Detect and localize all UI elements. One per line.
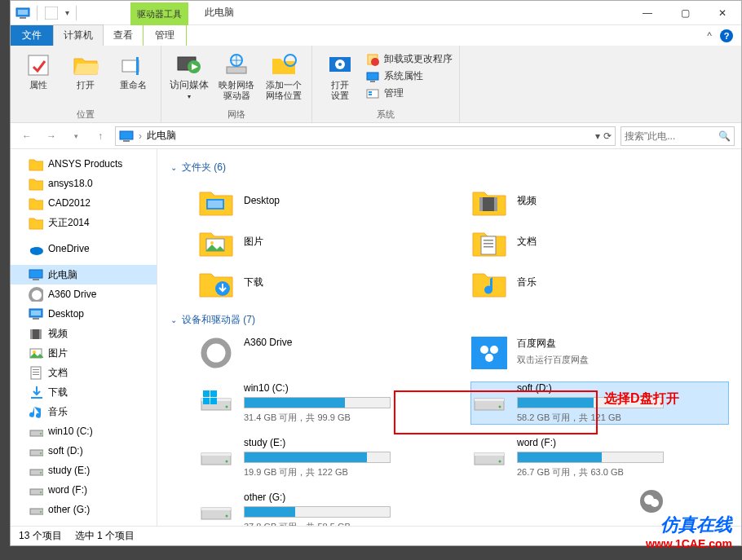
drive-item[interactable]: win10 (C:)31.4 GB 可用，共 99.9 GB <box>198 382 455 424</box>
tree-item[interactable]: 天正2014 <box>11 213 157 232</box>
drive-item[interactable]: study (E:)19.9 GB 可用，共 122 GB <box>198 437 455 478</box>
svg-rect-41 <box>31 397 42 399</box>
svg-rect-20 <box>369 91 372 93</box>
drive-icon <box>198 437 234 470</box>
drive-icon <box>29 424 43 439</box>
nav-history-button[interactable]: ▾ <box>66 126 86 146</box>
nav-up-button[interactable]: ↑ <box>91 126 110 146</box>
qa-dropdown[interactable]: ▾ <box>65 8 69 17</box>
svg-rect-40 <box>33 374 39 375</box>
tree-item[interactable]: CAD2012 <box>11 193 157 213</box>
tree-item[interactable]: 下载 <box>11 382 157 402</box>
search-input[interactable] <box>625 130 718 142</box>
tree-item[interactable]: OneDrive <box>11 239 157 258</box>
tree-item[interactable]: study (E:) <box>11 461 157 480</box>
help-icon[interactable]: ? <box>720 29 733 42</box>
ribbon-uninstall-button[interactable]: 卸载或更改程序 <box>366 52 453 66</box>
search-box[interactable]: 🔍 <box>621 126 735 146</box>
ribbon: 属性 打开 重命名 位置 访问媒体 ▾ <box>11 46 741 123</box>
ribbon-open-button[interactable]: 打开 <box>64 49 107 90</box>
window-title: 此电脑 <box>205 6 234 20</box>
navigation-pane[interactable]: ANSYS Productsansys18.0CAD2012天正2014OneD… <box>11 149 157 526</box>
svg-point-78 <box>499 406 501 408</box>
drive-subtitle: 双击运行百度网盘 <box>517 354 728 366</box>
pictures-icon <box>29 346 43 360</box>
drive-item[interactable]: other (G:)37.8 GB 可用，共 58.5 GB <box>198 492 455 526</box>
tree-item[interactable]: soft (D:) <box>11 441 157 461</box>
group-header-folders[interactable]: ⌄ 文件夹 (6) <box>170 161 728 174</box>
tree-item-label: 视频 <box>48 327 68 341</box>
tab-manage[interactable]: 管理 <box>143 25 187 46</box>
ribbon-open-settings-button[interactable]: 打开 设置 <box>319 49 361 101</box>
nav-back-button[interactable]: ← <box>17 126 37 146</box>
tree-item[interactable]: 视频 <box>11 324 157 343</box>
qa-save-icon[interactable] <box>44 6 59 20</box>
svg-rect-33 <box>30 329 33 339</box>
address-text: 此电脑 <box>147 129 590 143</box>
ribbon-media-button[interactable]: 访问媒体 ▾ <box>168 49 210 102</box>
tree-item[interactable]: 此电脑 <box>11 265 157 284</box>
collapse-ribbon-button[interactable]: ^ <box>707 30 712 42</box>
drive-icon <box>198 382 234 415</box>
ribbon-rename-button[interactable]: 重命名 <box>112 49 154 90</box>
tree-item-label: 图片 <box>48 346 68 360</box>
folder-item[interactable]: 文档 <box>471 225 728 258</box>
body: ANSYS Productsansys18.0CAD2012天正2014OneD… <box>11 149 741 526</box>
svg-rect-59 <box>481 236 496 254</box>
folder-label: 图片 <box>244 235 263 249</box>
tab-file[interactable]: 文件 <box>11 25 53 46</box>
folder-item[interactable]: 图片 <box>198 225 455 258</box>
folder-item[interactable]: 音乐 <box>471 266 728 298</box>
ribbon-add-network-button[interactable]: 添加一个 网络位置 <box>263 49 305 101</box>
tree-item[interactable]: win10 (C:) <box>11 421 157 441</box>
drive-item-baidu[interactable]: 百度网盘双击运行百度网盘 <box>471 337 728 369</box>
nav-forward-button[interactable]: → <box>42 126 61 146</box>
drive-item-a360[interactable]: A360 Drive <box>198 337 455 369</box>
tree-item[interactable]: other (G:) <box>11 500 157 519</box>
contextual-tab-drive-tools[interactable]: 驱动器工具 <box>130 2 188 25</box>
tree-item[interactable]: Desktop <box>11 304 157 324</box>
svg-rect-30 <box>31 311 41 315</box>
close-button[interactable]: ✕ <box>704 1 741 25</box>
folder-item[interactable]: 下载 <box>198 266 455 298</box>
minimize-button[interactable]: — <box>629 1 666 25</box>
maximize-button[interactable]: ▢ <box>666 1 704 25</box>
tree-item-label: other (G:) <box>48 504 90 515</box>
content-pane[interactable]: ⌄ 文件夹 (6) Desktop视频图片文档下载音乐 ⌄ 设备和驱动器 (7)… <box>157 149 741 526</box>
tree-item[interactable]: word (F:) <box>11 480 157 500</box>
drive-usage-bar <box>517 452 664 463</box>
ribbon-system-props-button[interactable]: 系统属性 <box>366 69 453 83</box>
ribbon-properties-button[interactable]: 属性 <box>17 49 60 90</box>
group-header-drives[interactable]: ⌄ 设备和驱动器 (7) <box>170 313 728 327</box>
chevron-down-icon: ⌄ <box>170 163 177 172</box>
tree-item[interactable]: A360 Drive <box>11 284 157 304</box>
titlebar: ▾ 驱动器工具 此电脑 — ▢ ✕ <box>11 1 741 25</box>
svg-rect-6 <box>136 57 139 75</box>
svg-point-47 <box>40 472 42 474</box>
address-bar[interactable]: › 此电脑 ▾ ⟳ <box>115 126 616 146</box>
folder-item[interactable]: 视频 <box>471 184 728 217</box>
tree-item[interactable]: 音乐 <box>11 402 157 421</box>
tab-computer[interactable]: 计算机 <box>53 24 104 46</box>
svg-rect-75 <box>210 398 217 404</box>
tab-view[interactable]: 查看 <box>104 25 143 46</box>
tree-item-label: 音乐 <box>48 405 68 419</box>
search-icon[interactable]: 🔍 <box>718 130 731 142</box>
drive-item[interactable]: word (F:)26.7 GB 可用，共 63.0 GB <box>471 437 728 478</box>
wechat-icon <box>640 490 663 513</box>
tree-item[interactable]: 图片 <box>11 343 157 363</box>
svg-rect-62 <box>484 246 493 248</box>
tree-item[interactable]: 文档 <box>11 363 157 382</box>
refresh-button[interactable]: ⟳ <box>603 130 612 142</box>
ribbon-map-network-button[interactable]: 映射网络 驱动器 <box>215 49 258 101</box>
folder-item[interactable]: Desktop <box>198 184 455 217</box>
drive-info: 26.7 GB 可用，共 63.0 GB <box>517 466 728 478</box>
drive-item[interactable]: soft (D:)58.2 GB 可用，共 121 GB <box>471 382 728 424</box>
drive-label: A360 Drive <box>244 337 455 348</box>
ribbon-manage-button[interactable]: 管理 <box>366 86 453 100</box>
svg-rect-65 <box>471 337 507 369</box>
address-dropdown-button[interactable]: ▾ <box>595 130 600 142</box>
tree-item[interactable]: ansys18.0 <box>11 174 157 193</box>
a360-icon <box>29 287 43 302</box>
tree-item[interactable]: ANSYS Products <box>11 154 157 174</box>
